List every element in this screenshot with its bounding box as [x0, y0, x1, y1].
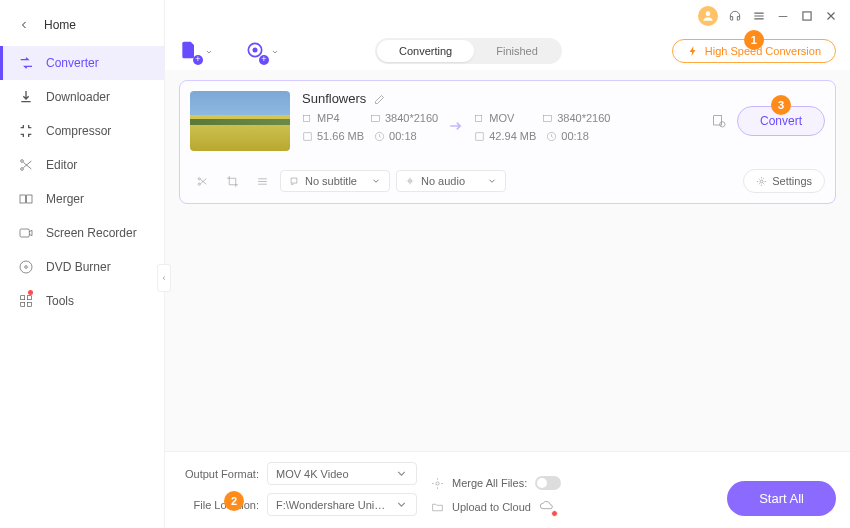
svg-point-27 — [760, 180, 763, 183]
audio-icon — [405, 176, 415, 186]
sidebar-item-editor[interactable]: Editor — [0, 148, 164, 182]
settings-button[interactable]: Settings — [743, 169, 825, 193]
trim-button[interactable] — [190, 169, 214, 193]
merge-toggle[interactable] — [535, 476, 561, 490]
disc-icon — [18, 259, 34, 275]
svg-rect-23 — [714, 116, 722, 125]
maximize-button[interactable] — [800, 9, 814, 23]
svg-rect-2 — [20, 195, 25, 203]
tab-finished[interactable]: Finished — [474, 40, 560, 62]
settings-label: Settings — [772, 175, 812, 187]
dst-size: 42.94 MB — [489, 130, 536, 142]
resolution-icon — [370, 113, 381, 124]
avatar[interactable] — [698, 6, 718, 26]
size-icon — [302, 131, 313, 142]
toolbar: + + Converting Finished 1 High Speed Con… — [165, 32, 850, 70]
svg-point-0 — [21, 160, 24, 163]
svg-rect-20 — [544, 115, 552, 121]
filelocation-label: File Location: — [179, 499, 259, 511]
svg-rect-4 — [20, 229, 29, 237]
subtitle-icon — [289, 176, 299, 186]
filelocation-value: F:\Wondershare UniConverter 1 — [276, 499, 389, 511]
gear-icon — [756, 176, 767, 187]
thumbnail[interactable] — [190, 91, 290, 151]
size-icon — [474, 131, 485, 142]
chevron-down-icon — [395, 467, 408, 480]
headset-icon[interactable] — [728, 9, 742, 23]
sidebar: Home Converter Downloader Compressor Edi… — [0, 0, 165, 528]
svg-rect-7 — [21, 296, 25, 300]
svg-rect-15 — [303, 115, 309, 121]
sidebar-item-dvd[interactable]: DVD Burner — [0, 250, 164, 284]
home-button[interactable]: Home — [0, 10, 164, 40]
crop-button[interactable] — [220, 169, 244, 193]
src-size: 51.66 MB — [317, 130, 364, 142]
home-label: Home — [44, 18, 76, 32]
audio-value: No audio — [421, 175, 481, 187]
svg-rect-3 — [27, 195, 32, 203]
svg-rect-9 — [21, 302, 25, 306]
clock-icon — [546, 131, 557, 142]
chevron-left-icon — [18, 19, 30, 31]
audio-dropdown[interactable]: No audio — [396, 170, 506, 192]
sidebar-item-downloader[interactable]: Downloader — [0, 80, 164, 114]
callout-3: 3 — [771, 95, 791, 115]
subtitle-value: No subtitle — [305, 175, 365, 187]
edit-icon[interactable] — [374, 93, 386, 105]
gear-icon[interactable] — [431, 477, 444, 490]
src-dur: 00:18 — [389, 130, 417, 142]
src-res: 3840*2160 — [385, 112, 438, 124]
svg-rect-10 — [27, 302, 31, 306]
cloud-button[interactable] — [539, 498, 555, 516]
sidebar-item-merger[interactable]: Merger — [0, 182, 164, 216]
tab-converting[interactable]: Converting — [377, 40, 474, 62]
subtitle-dropdown[interactable]: No subtitle — [280, 170, 390, 192]
src-format: MP4 — [317, 112, 340, 124]
converter-icon — [18, 55, 34, 71]
minimize-button[interactable]: ─ — [776, 9, 790, 23]
convert-label: Convert — [760, 114, 802, 128]
svg-point-11 — [706, 11, 711, 16]
task-card: Sunflowers MP4 3840*2160 51.66 MB — [179, 80, 836, 204]
video-icon — [302, 113, 313, 124]
outformat-label: Output Format: — [179, 468, 259, 480]
titlebar: ─ — [165, 0, 850, 32]
sidebar-label: Editor — [46, 158, 77, 172]
clock-icon — [374, 131, 385, 142]
sidebar-item-tools[interactable]: Tools — [0, 284, 164, 318]
start-all-button[interactable]: Start All — [727, 481, 836, 516]
high-speed-button[interactable]: 1 High Speed Conversion — [672, 39, 836, 63]
close-button[interactable] — [824, 9, 838, 23]
svg-point-1 — [21, 168, 24, 171]
convert-button[interactable]: 3 Convert — [737, 106, 825, 136]
scissors-icon — [18, 157, 34, 173]
sidebar-item-compressor[interactable]: Compressor — [0, 114, 164, 148]
menu-icon[interactable] — [752, 9, 766, 23]
footer: Output Format: MOV 4K Video 2 File Locat… — [165, 451, 850, 528]
svg-point-28 — [436, 481, 439, 484]
merge-label: Merge All Files: — [452, 477, 527, 489]
collapse-button[interactable]: ‹ — [157, 264, 171, 292]
add-url-button[interactable]: + — [245, 40, 265, 63]
filelocation-dropdown[interactable]: F:\Wondershare UniConverter 1 — [267, 493, 417, 516]
camera-icon — [18, 225, 34, 241]
grid-icon — [18, 293, 34, 309]
outformat-dropdown[interactable]: MOV 4K Video — [267, 462, 417, 485]
main-panel: ‹ ─ + + Converting Finished — [165, 0, 850, 528]
preset-icon[interactable] — [711, 113, 727, 129]
sidebar-item-converter[interactable]: Converter — [0, 46, 164, 80]
chevron-down-icon — [371, 176, 381, 186]
dst-format: MOV — [489, 112, 514, 124]
download-icon — [18, 89, 34, 105]
dst-res: 3840*2160 — [557, 112, 610, 124]
notification-dot — [28, 290, 33, 295]
sidebar-item-recorder[interactable]: Screen Recorder — [0, 216, 164, 250]
effect-button[interactable] — [250, 169, 274, 193]
upload-label: Upload to Cloud — [452, 501, 531, 513]
add-file-button[interactable]: + — [179, 40, 199, 63]
outformat-value: MOV 4K Video — [276, 468, 389, 480]
sidebar-label: DVD Burner — [46, 260, 111, 274]
folder-icon[interactable] — [431, 501, 444, 514]
status-tabs: Converting Finished — [375, 38, 562, 64]
svg-rect-16 — [371, 115, 379, 121]
